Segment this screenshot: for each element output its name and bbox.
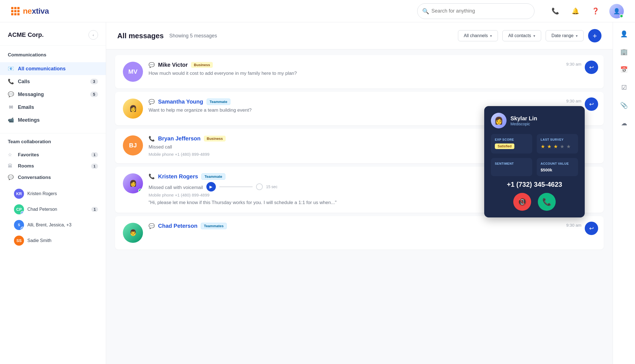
phone-icon-btn[interactable]: 📞	[549, 5, 561, 17]
sidebar-collapse-btn[interactable]: ‹	[89, 30, 98, 40]
sidebar-item-messaging[interactable]: 💬 Messaging 5	[0, 88, 106, 101]
online-dot	[138, 189, 142, 193]
meetings-label: Meetings	[18, 117, 98, 123]
avatar-bryan: BJ	[123, 135, 143, 155]
popup-call-actions: 📵 📞	[491, 193, 578, 211]
msg-tag-chad: Teammates	[201, 223, 227, 229]
satisfied-badge: Satisfied	[495, 143, 514, 149]
sidebar-header: ACME Corp. ‹	[0, 30, 106, 46]
star4: ★	[560, 144, 565, 149]
exp-score-label: EXP SCORE	[495, 138, 528, 141]
messages-header: All messages Showing 5 messages All chan…	[106, 22, 613, 49]
last-survey-label: LAST SURVEY	[541, 138, 574, 141]
popup-info: Skylar Lin Mediscopic	[510, 115, 537, 126]
user-avatar-container[interactable]: 👤	[609, 4, 624, 18]
star2: ★	[547, 144, 552, 149]
help-icon-btn[interactable]: ❓	[589, 5, 601, 17]
msg-header-samantha: 💬 Samantha Young Teammate	[149, 99, 596, 105]
conv-count-chad: 1	[91, 207, 98, 212]
filter-buttons: All channels ▾ All contacts ▾ Date range…	[458, 29, 601, 42]
tasks-icon-btn[interactable]: ☑	[618, 82, 630, 94]
survey-stars: ★ ★ ★ ★ ★	[541, 143, 574, 150]
filter-date-range[interactable]: Date range ▾	[546, 30, 584, 41]
accept-call-btn[interactable]: 📞	[538, 193, 556, 211]
favorites-label: Favorites	[18, 152, 87, 158]
search-icon: 🔍	[422, 8, 429, 15]
collab-item-favorites[interactable]: ☆ Favorites 1	[0, 149, 106, 161]
msg-name-samantha: Samantha Young	[158, 99, 203, 105]
message-card-chad: 👨 💬 Chad Peterson Teammates 9:30 am ↩	[115, 216, 604, 250]
collab-item-rooms[interactable]: 🏛 Rooms 1	[0, 161, 106, 172]
all-comms-icon: 📧	[8, 66, 14, 72]
favorites-icon: ☆	[8, 152, 14, 158]
popup-sentiment: SENTIMENT	[491, 158, 532, 176]
conversations-list: KR Kristen Rogers CP 5 Chad Peterson 1	[0, 183, 106, 251]
avatar-face-samantha: 👩	[123, 99, 143, 119]
conversations-label: Conversations	[18, 175, 98, 180]
msg-header-chad: 💬 Chad Peterson Teammates	[149, 223, 596, 229]
star5: ★	[566, 144, 571, 149]
reply-btn-chad[interactable]: ↩	[585, 222, 598, 235]
conv-badge-chad: 5	[21, 211, 24, 214]
building-icon-btn[interactable]: 🏢	[618, 46, 630, 58]
grid-icon[interactable]	[11, 7, 20, 15]
conv-avatar-group: S 5	[14, 220, 24, 230]
msg-name-bryan: Bryan Jefferson	[158, 135, 200, 142]
add-message-btn[interactable]: +	[588, 29, 601, 42]
filter-all-contacts[interactable]: All contacts ▾	[502, 30, 541, 41]
msg-header-mike: 💬 Mike Victor Business	[149, 62, 596, 68]
account-value-label: ACCOUNT VALUE	[541, 162, 574, 165]
popup-company: Mediscopic	[510, 122, 537, 126]
audio-end-circle	[256, 183, 263, 190]
sidebar-item-meetings[interactable]: 📹 Meetings	[0, 114, 106, 126]
msg-time-chad: 9:30 am	[566, 223, 581, 228]
conv-item-kristen[interactable]: KR Kristen Rogers	[0, 186, 106, 202]
message-body-mike: 💬 Mike Victor Business How much would it…	[149, 62, 596, 77]
sidebar-item-calls[interactable]: 📞 Calls 3	[0, 75, 106, 88]
contact-icon-btn[interactable]: 👤	[618, 28, 630, 40]
sidebar-item-emails[interactable]: ✉ Emails	[0, 101, 106, 114]
msg-tag-mike: Business	[191, 62, 213, 68]
reply-btn-mike[interactable]: ↩	[585, 61, 598, 74]
popup-last-survey: LAST SURVEY ★ ★ ★ ★ ★	[537, 134, 578, 154]
team-collab-title: Team collaboration	[0, 139, 106, 149]
msg-tag-samantha: Teammate	[207, 99, 230, 105]
messaging-icon: 💬	[8, 91, 14, 97]
reply-btn-samantha[interactable]: ↩	[585, 97, 598, 111]
online-indicator	[620, 14, 623, 18]
conv-item-chad[interactable]: CP 5 Chad Peterson 1	[0, 202, 106, 217]
popup-avatar: 👩	[491, 113, 507, 128]
attachment-icon-btn[interactable]: 📎	[618, 99, 630, 112]
messages-title: All messages	[117, 32, 164, 40]
sidebar-item-all-comms[interactable]: 📧 All communications	[0, 62, 106, 75]
calls-label: Calls	[18, 79, 86, 85]
sentiment-label: SENTIMENT	[495, 162, 528, 165]
msg-tag-bryan: Business	[204, 136, 226, 142]
popup-exp-score: EXP SCORE Satisfied	[491, 134, 532, 154]
bell-icon-btn[interactable]: 🔔	[569, 5, 581, 17]
msg-name-chad: Chad Peterson	[158, 223, 197, 229]
voicemail-duration: 15 sec	[266, 185, 278, 189]
conv-item-sadie[interactable]: SS Sadie Smith	[0, 233, 106, 248]
rooms-icon: 🏛	[8, 163, 14, 169]
conv-name-sadie: Sadie Smith	[27, 238, 98, 243]
calendar-icon-btn[interactable]: 📅	[618, 64, 630, 76]
decline-call-btn[interactable]: 📵	[513, 193, 531, 211]
message-type-icon: 💬	[149, 62, 155, 68]
collab-item-conversations[interactable]: 💬 Conversations	[0, 172, 106, 183]
top-nav: nextiva 🔍 📞 🔔 ❓ 👤	[0, 0, 635, 22]
cloud-icon-btn[interactable]: ☁	[618, 117, 630, 130]
conv-item-group[interactable]: S 5 Alli, Brent, Jessica, +3	[0, 217, 106, 233]
play-voicemail-btn[interactable]: ▶	[206, 182, 216, 191]
messaging-label: Messaging	[18, 92, 86, 97]
search-container: 🔍	[417, 3, 534, 19]
message-card-mike: MV 💬 Mike Victor Business How much would…	[115, 55, 604, 88]
search-input[interactable]	[417, 3, 534, 19]
company-name: ACME Corp.	[8, 31, 44, 39]
conv-name-kristen: Kristen Rogers	[27, 191, 98, 196]
avatar-kristen: 👩	[123, 173, 143, 193]
main-layout: ACME Corp. ‹ Communications 📧 All commun…	[0, 22, 635, 364]
filter-all-channels[interactable]: All channels ▾	[458, 30, 498, 41]
audio-progress-bar	[219, 186, 253, 187]
message-type-icon: 💬	[149, 223, 155, 229]
